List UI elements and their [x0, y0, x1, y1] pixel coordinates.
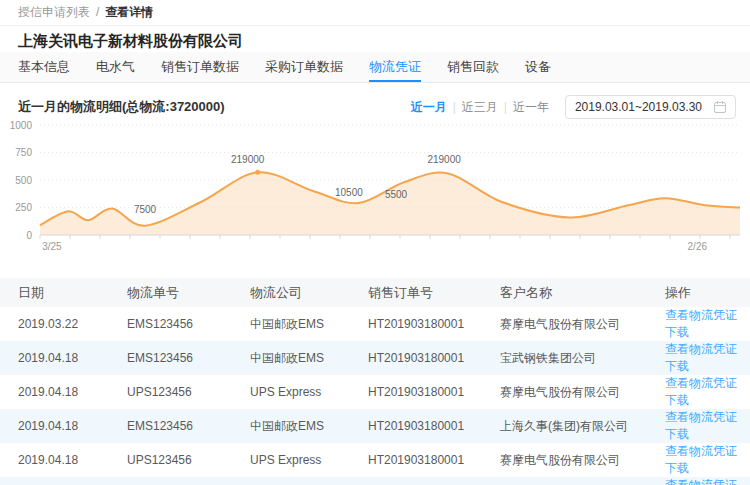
date-range-value: 2019.03.01~2019.03.30 — [575, 100, 702, 114]
tab-utilities[interactable]: 电水气 — [96, 52, 135, 82]
calendar-icon — [714, 101, 726, 113]
cell-customer-name: 上海久事(集团)有限公司 — [500, 477, 665, 485]
cell-customer-name: 赛摩电气股份有限公司 — [500, 307, 665, 341]
download-link[interactable]: 下载 — [665, 359, 689, 373]
cell-customer-name: 赛摩电气股份有限公司 — [500, 443, 665, 477]
x-axis-tick-label: 2/26 — [688, 241, 708, 252]
cell-sales-order-no: HT201903180001 — [368, 409, 500, 443]
cell-actions: 查看物流凭证下载 — [665, 341, 750, 375]
range-separator: | — [453, 100, 456, 114]
column-header-tracking-no: 物流单号 — [127, 278, 250, 307]
cell-date: 2019.04.18 — [0, 443, 127, 477]
chart-controls: 近一月|近三月|近一年 2019.03.01~2019.03.30 — [411, 95, 736, 119]
cell-logistics-company: 中国邮政EMS — [250, 341, 368, 375]
chart-point-label: 219000 — [231, 154, 265, 165]
view-logistics-voucher-link[interactable]: 查看物流凭证 — [665, 308, 737, 322]
table-row: 2019.04.18UPS123456UPS ExpressHT20190318… — [0, 443, 750, 477]
table-row: 2019.03.22EMS123456中国邮政EMSHT201903180001… — [0, 307, 750, 341]
cell-sales-order-no: HT201903180001 — [368, 443, 500, 477]
view-logistics-voucher-link[interactable]: 查看物流凭证 — [665, 342, 737, 356]
cell-logistics-company: 中国邮政EMS — [250, 409, 368, 443]
time-range-selector: 近一月|近三月|近一年 — [411, 99, 549, 116]
cell-logistics-company: UPS Express — [250, 443, 368, 477]
range-separator: | — [504, 100, 507, 114]
breadcrumb-current: 查看详情 — [105, 5, 153, 19]
view-logistics-voucher-link[interactable]: 查看物流凭证 — [665, 376, 737, 390]
chart-point-label: 219000 — [427, 154, 461, 165]
chart-point-marker — [255, 170, 260, 175]
download-link[interactable]: 下载 — [665, 325, 689, 339]
range-option-2[interactable]: 近一年 — [513, 100, 549, 114]
cell-customer-name: 宝武钢铁集团公司 — [500, 341, 665, 375]
y-axis-tick-label: 750 — [15, 147, 32, 158]
tab-basic-info[interactable]: 基本信息 — [18, 52, 70, 82]
tab-sales-order-data[interactable]: 销售订单数据 — [161, 52, 239, 82]
cell-tracking-no: EMS123456 — [127, 341, 250, 375]
page-title: 上海关讯电子新材料股份有限公司 — [18, 32, 750, 51]
cell-date: 2019.03.22 — [0, 307, 127, 341]
chart-point-label: 5500 — [385, 189, 408, 200]
chart-section: 近一月的物流明细(总物流:3720000) 近一月|近三月|近一年 2019.0… — [0, 95, 750, 259]
logistics-table-section: 日期物流单号物流公司销售订单号客户名称操作 2019.03.22EMS12345… — [0, 278, 750, 485]
breadcrumb-parent-link[interactable]: 授信申请列表 — [18, 5, 90, 19]
cell-sales-order-no: HT201903180001 — [368, 477, 500, 485]
cell-date: 2019.04.18 — [0, 477, 127, 485]
y-axis-tick-label: 0 — [26, 230, 32, 241]
view-logistics-voucher-link[interactable]: 查看物流凭证 — [665, 410, 737, 424]
cell-logistics-company: UPS Express — [250, 375, 368, 409]
cell-actions: 查看物流凭证下载 — [665, 375, 750, 409]
cell-actions: 查看物流凭证下载 — [665, 477, 750, 485]
title-bar: 上海关讯电子新材料股份有限公司 — [0, 26, 750, 52]
date-range-picker[interactable]: 2019.03.01~2019.03.30 — [565, 95, 736, 119]
cell-actions: 查看物流凭证下载 — [665, 409, 750, 443]
breadcrumb: 授信申请列表/查看详情 — [0, 0, 750, 26]
cell-tracking-no: EMS123456 — [127, 477, 250, 485]
y-axis-tick-label: 1000 — [10, 120, 33, 131]
tab-purchase-order-data[interactable]: 采购订单数据 — [265, 52, 343, 82]
cell-sales-order-no: HT201903180001 — [368, 341, 500, 375]
logistics-table: 日期物流单号物流公司销售订单号客户名称操作 2019.03.22EMS12345… — [0, 278, 750, 485]
cell-actions: 查看物流凭证下载 — [665, 443, 750, 477]
tab-logistics-voucher[interactable]: 物流凭证 — [369, 52, 421, 82]
cell-tracking-no: EMS123456 — [127, 307, 250, 341]
cell-tracking-no: EMS123456 — [127, 409, 250, 443]
download-link[interactable]: 下载 — [665, 461, 689, 475]
range-option-1[interactable]: 近三月 — [462, 100, 498, 114]
cell-actions: 查看物流凭证下载 — [665, 307, 750, 341]
cell-logistics-company: 中国邮政EMS — [250, 477, 368, 485]
tab-equipment[interactable]: 设备 — [525, 52, 551, 82]
chart-point-label: 7500 — [134, 204, 157, 215]
view-logistics-voucher-link[interactable]: 查看物流凭证 — [665, 478, 737, 485]
cell-date: 2019.04.18 — [0, 409, 127, 443]
breadcrumb-separator: / — [96, 5, 99, 19]
y-axis-tick-label: 500 — [15, 175, 32, 186]
cell-customer-name: 上海久事(集团)有限公司 — [500, 409, 665, 443]
table-row: 2019.04.18EMS123456中国邮政EMSHT201903180001… — [0, 409, 750, 443]
chart-point-label: 10500 — [335, 187, 363, 198]
range-option-0[interactable]: 近一月 — [411, 100, 447, 114]
x-axis-tick-label: 3/25 — [42, 241, 62, 252]
cell-tracking-no: UPS123456 — [127, 375, 250, 409]
view-logistics-voucher-link[interactable]: 查看物流凭证 — [665, 444, 737, 458]
logistics-area-chart: 025050075010003/252/26750021900010500550… — [0, 119, 750, 259]
cell-logistics-company: 中国邮政EMS — [250, 307, 368, 341]
table-row: 2019.04.18EMS123456中国邮政EMSHT201903180001… — [0, 477, 750, 485]
column-header-actions: 操作 — [665, 278, 750, 307]
cell-date: 2019.04.18 — [0, 375, 127, 409]
table-header-row: 日期物流单号物流公司销售订单号客户名称操作 — [0, 278, 750, 307]
download-link[interactable]: 下载 — [665, 427, 689, 441]
cell-tracking-no: UPS123456 — [127, 443, 250, 477]
tab-bar: 基本信息电水气销售订单数据采购订单数据物流凭证销售回款设备 — [0, 52, 750, 83]
cell-customer-name: 赛摩电气股份有限公司 — [500, 375, 665, 409]
download-link[interactable]: 下载 — [665, 393, 689, 407]
column-header-customer-name: 客户名称 — [500, 278, 665, 307]
cell-sales-order-no: HT201903180001 — [368, 375, 500, 409]
tab-sales-collection[interactable]: 销售回款 — [447, 52, 499, 82]
column-header-sales-order-no: 销售订单号 — [368, 278, 500, 307]
column-header-logistics-company: 物流公司 — [250, 278, 368, 307]
chart-title: 近一月的物流明细(总物流:3720000) — [18, 98, 225, 116]
cell-date: 2019.04.18 — [0, 341, 127, 375]
chart-header: 近一月的物流明细(总物流:3720000) 近一月|近三月|近一年 2019.0… — [0, 95, 750, 119]
cell-sales-order-no: HT201903180001 — [368, 307, 500, 341]
column-header-date: 日期 — [0, 278, 127, 307]
